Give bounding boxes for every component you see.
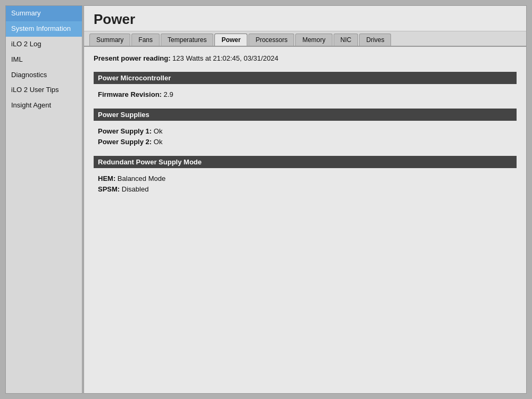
firmware-revision-value: 2.9 [164, 90, 173, 98]
tab-power[interactable]: Power [214, 34, 247, 46]
sidebar-item-diagnostics[interactable]: Diagnostics [6, 68, 82, 83]
outer-wrapper: Summary System Information iLO 2 Log IML… [0, 0, 532, 399]
hem-value: Balanced Mode [118, 174, 165, 182]
sidebar-item-insight-agent[interactable]: Insight Agent [6, 98, 82, 113]
tab-nic[interactable]: NIC [334, 34, 359, 46]
power-supply-2-value: Ok [154, 138, 163, 146]
tab-summary[interactable]: Summary [89, 34, 130, 46]
main-area: Power Summary Fans Temperatures Power Pr… [84, 5, 527, 394]
firmware-revision-row: Firmware Revision: 2.9 [98, 90, 512, 98]
hem-row: HEM: Balanced Mode [98, 174, 512, 182]
sidebar-item-ilo2-log[interactable]: iLO 2 Log [6, 37, 82, 52]
spsm-value: Disabled [122, 185, 149, 193]
tab-memory[interactable]: Memory [295, 34, 332, 46]
hem-label: HEM: [98, 174, 115, 182]
content-body: Present power reading: 123 Watts at 21:0… [84, 47, 526, 393]
section-header-power-supplies: Power Supplies [94, 109, 517, 121]
power-supply-1-value: Ok [154, 127, 163, 135]
spsm-label: SPSM: [98, 185, 120, 193]
tab-processors[interactable]: Processors [248, 34, 294, 46]
sidebar-item-system-information[interactable]: System Information [6, 21, 82, 37]
power-supply-2-label: Power Supply 2: [98, 138, 152, 146]
firmware-revision-label: Firmware Revision: [98, 90, 162, 98]
section-header-microcontroller: Power Microcontroller [94, 72, 517, 84]
sidebar: Summary System Information iLO 2 Log IML… [5, 5, 82, 394]
power-reading-value: 123 Watts at 21:02:45, 03/31/2024 [172, 54, 278, 62]
tab-drives[interactable]: Drives [359, 34, 391, 46]
tab-temperatures[interactable]: Temperatures [161, 34, 213, 46]
power-supply-1-label: Power Supply 1: [98, 127, 152, 135]
power-reading-label: Present power reading: [94, 54, 170, 62]
sidebar-item-summary[interactable]: Summary [6, 6, 82, 21]
power-supply-2-row: Power Supply 2: Ok [98, 138, 512, 146]
page-title: Power [84, 6, 526, 31]
power-supply-1-row: Power Supply 1: Ok [98, 127, 512, 135]
section-header-redundant: Redundant Power Supply Mode [94, 156, 517, 168]
sidebar-item-ilo2-user-tips[interactable]: iLO 2 User Tips [6, 82, 82, 98]
sidebar-item-iml[interactable]: IML [6, 52, 82, 68]
tab-bar: Summary Fans Temperatures Power Processo… [84, 31, 526, 47]
power-reading: Present power reading: 123 Watts at 21:0… [94, 54, 517, 62]
section-content-microcontroller: Firmware Revision: 2.9 [94, 88, 517, 106]
section-content-redundant: HEM: Balanced Mode SPSM: Disabled [94, 172, 517, 201]
spsm-row: SPSM: Disabled [98, 185, 512, 193]
section-content-power-supplies: Power Supply 1: Ok Power Supply 2: Ok [94, 125, 517, 154]
tab-fans[interactable]: Fans [131, 34, 160, 46]
